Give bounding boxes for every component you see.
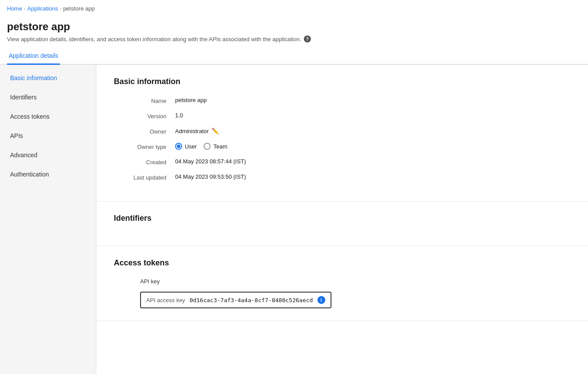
sidebar-item-identifiers[interactable]: Identifiers xyxy=(0,88,96,107)
radio-user[interactable]: User xyxy=(175,143,197,150)
owner-label: Owner xyxy=(114,127,175,135)
radio-user-circle xyxy=(175,143,182,150)
page-title: petstore app xyxy=(7,21,581,33)
access-tokens-section: Access tokens API key API access key 0d1… xyxy=(96,246,588,321)
api-key-box: API access key 0d16cac3-7af3-4a4a-8cf7-8… xyxy=(140,292,331,308)
tabs-bar: Application details xyxy=(0,48,588,65)
page-subtitle: View application details, identifiers, a… xyxy=(7,35,581,42)
field-row-last-updated: Last updated 04 May 2023 09:53:50 (IST) xyxy=(114,173,570,181)
owner-edit-icon[interactable]: ✏️ xyxy=(211,127,219,134)
layout: Basic information Identifiers Access tok… xyxy=(0,65,588,374)
owner-type-value: User Team xyxy=(175,143,227,150)
radio-team-circle xyxy=(204,143,211,150)
name-value: petstore app xyxy=(175,97,207,103)
identifiers-section: Identifiers xyxy=(96,201,588,246)
radio-team[interactable]: Team xyxy=(204,143,227,150)
page-header: petstore app View application details, i… xyxy=(0,17,588,42)
field-row-name: Name petstore app xyxy=(114,97,570,104)
breadcrumb-applications[interactable]: Applications xyxy=(27,5,58,12)
api-key-value: 0d16cac3-7af3-4a4a-8cf7-8480c526aecd xyxy=(190,297,313,303)
identifiers-title: Identifiers xyxy=(114,214,570,223)
created-value: 04 May 2023 08:57:44 (IST) xyxy=(175,158,246,165)
owner-type-radio-group: User Team xyxy=(175,143,227,150)
created-label: Created xyxy=(114,158,175,166)
api-key-section-label: API key xyxy=(140,278,570,285)
radio-user-label: User xyxy=(185,143,197,150)
field-row-owner-type: Owner type User Team xyxy=(114,143,570,150)
help-icon[interactable]: ? xyxy=(304,35,311,42)
basic-information-title: Basic information xyxy=(114,77,570,86)
field-row-version: Version 1.0 xyxy=(114,112,570,120)
owner-type-label: Owner type xyxy=(114,143,175,150)
sidebar-item-access-tokens[interactable]: Access tokens xyxy=(0,107,96,126)
basic-information-section: Basic information Name petstore app Vers… xyxy=(96,65,588,201)
main-content: Basic information Name petstore app Vers… xyxy=(96,65,588,374)
last-updated-label: Last updated xyxy=(114,173,175,181)
owner-value: Administrator ✏️ xyxy=(175,127,219,134)
breadcrumb-sep-2: › xyxy=(60,6,61,11)
sidebar: Basic information Identifiers Access tok… xyxy=(0,65,96,374)
api-key-info-icon[interactable]: i xyxy=(317,296,325,304)
field-row-owner: Owner Administrator ✏️ xyxy=(114,127,570,135)
breadcrumb-home[interactable]: Home xyxy=(7,5,22,12)
tab-application-details[interactable]: Application details xyxy=(7,48,60,65)
sidebar-item-apis[interactable]: APIs xyxy=(0,126,96,145)
breadcrumb: Home › Applications › petstore app xyxy=(0,0,588,17)
last-updated-value: 04 May 2023 09:53:50 (IST) xyxy=(175,173,246,180)
breadcrumb-current: petstore app xyxy=(63,5,95,12)
breadcrumb-sep-1: › xyxy=(24,6,26,11)
version-value: 1.0 xyxy=(175,112,183,119)
name-label: Name xyxy=(114,97,175,104)
sidebar-item-basic-information[interactable]: Basic information xyxy=(0,68,96,88)
field-row-created: Created 04 May 2023 08:57:44 (IST) xyxy=(114,158,570,166)
sidebar-item-advanced[interactable]: Advanced xyxy=(0,145,96,165)
version-label: Version xyxy=(114,112,175,120)
radio-team-label: Team xyxy=(213,143,227,150)
api-key-label: API access key xyxy=(146,297,185,303)
sidebar-item-authentication[interactable]: Authentication xyxy=(0,165,96,184)
access-tokens-title: Access tokens xyxy=(114,258,570,268)
